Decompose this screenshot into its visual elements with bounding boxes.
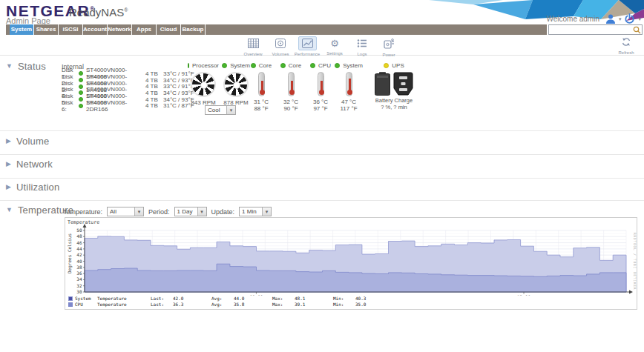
fan-processor: Processor 843 RPM (188, 62, 218, 106)
ups-battery-charge-value: ? %, ? min (369, 104, 418, 111)
fan-mode-select[interactable]: Cool▾ (205, 105, 236, 115)
tab-backup[interactable]: Backup (181, 24, 206, 35)
overview-icon (244, 36, 263, 50)
svg-text:36: 36 (76, 270, 82, 276)
chevron-down-icon: ▾ (262, 207, 271, 216)
thermometer-icon (318, 72, 324, 96)
chart-legend-row-system: System Temperature Last:42.0 Avg:44.0 Ma… (68, 296, 394, 301)
toolbar-performance[interactable]: Performance (293, 36, 321, 56)
toolbar-settings[interactable]: ⚙ Settings (321, 36, 349, 56)
power-socket-icon (393, 72, 413, 96)
tab-shares[interactable]: Shares (34, 24, 59, 35)
ups-status: UPS Battery Charge ? %, ? min (369, 62, 418, 110)
temperature-select[interactable]: All▾ (107, 207, 144, 216)
refresh-icon (621, 37, 631, 47)
svg-text:48: 48 (76, 233, 82, 239)
power-menu-caret[interactable]: ▾ (638, 16, 641, 21)
disk-status-icon (79, 104, 83, 108)
thermometer-icon (346, 72, 352, 96)
temperature-select-label: Temperature: (63, 208, 102, 216)
disk-status-icon (79, 90, 83, 95)
svg-text:Degrees Celsius: Degrees Celsius (67, 233, 73, 273)
tab-apps[interactable]: Apps (132, 24, 157, 35)
update-select[interactable]: 1 Min▾ (239, 207, 272, 216)
tab-system[interactable]: System (10, 24, 34, 35)
system-toolbar: Overview Volumes Performance ⚙ Settings … (0, 36, 644, 56)
refresh-button[interactable]: Refresh (614, 36, 639, 55)
period-select[interactable]: 1 Day▾ (174, 207, 207, 216)
thermo-system: System 47 °C117 °F (332, 62, 365, 112)
thermo-status-icon (310, 63, 315, 68)
temperature-collapse-icon: ▼ (6, 207, 13, 213)
svg-text:32: 32 (76, 283, 82, 288)
volumes-icon (272, 36, 289, 50)
temperature-chart: 303234363840424446485000:0012:00Temperat… (65, 217, 637, 310)
tab-cloud[interactable]: Cloud (157, 24, 181, 35)
chart-legend-row-cpu: CPU Temperature Last:36.3 Avg:35.8 Max:3… (68, 302, 394, 307)
fan-icon (191, 72, 216, 97)
temperature-chart-svg: 303234363840424446485000:0012:00Temperat… (65, 218, 637, 296)
search-icon[interactable] (633, 26, 641, 34)
chevron-down-icon: ▾ (134, 207, 143, 216)
section-utilization[interactable]: ▶ Utilization (6, 182, 59, 193)
toolbar-volumes[interactable]: Volumes (266, 36, 295, 56)
svg-text:42: 42 (76, 252, 82, 257)
cpu-series-swatch (68, 302, 73, 307)
performance-icon (298, 36, 317, 50)
temperature-controls: Temperature: All▾ Period: 1 Day▾ Update:… (63, 207, 272, 216)
toolbar-logs[interactable]: Logs (348, 36, 376, 56)
welcome-text: Welcome admin (546, 15, 599, 23)
disk-list: Disk 1:ST4000VN000-1H41684 TB33°C / 91°F… (62, 70, 194, 109)
period-select-label: Period: (148, 208, 170, 216)
disk-status-icon (79, 97, 83, 102)
svg-text:44: 44 (76, 246, 82, 251)
toolbar-power[interactable]: Power (375, 36, 403, 57)
svg-text:50: 50 (76, 228, 82, 233)
thermometer-icon (258, 72, 265, 96)
svg-text:30: 30 (76, 289, 82, 294)
system-series-swatch (68, 296, 73, 301)
tab-accounts[interactable]: Accounts (83, 24, 108, 35)
power-plug-icon (380, 36, 398, 51)
volume-expand-icon: ▶ (6, 138, 11, 145)
thermo-status-icon (251, 63, 256, 68)
network-expand-icon: ▶ (6, 161, 11, 167)
svg-text:Temperature: Temperature (68, 219, 99, 225)
update-select-label: Update: (211, 208, 235, 216)
disk-status-icon (79, 71, 83, 76)
disk-status-icon (79, 84, 83, 89)
utilization-expand-icon: ▶ (6, 184, 11, 190)
ups-status-icon (384, 63, 389, 68)
user-icon[interactable] (605, 14, 616, 24)
logs-icon (353, 36, 371, 50)
section-network[interactable]: ▶ Network (6, 159, 53, 170)
search-box[interactable] (548, 24, 643, 35)
fan-status-icon (222, 63, 227, 68)
product-name: ReadyNAS® (69, 6, 128, 19)
toolbar-overview[interactable]: Overview (239, 36, 267, 56)
chevron-down-icon: ▾ (226, 106, 235, 114)
battery-icon (375, 72, 390, 96)
disk-row: Disk 6:ST4000VN008-2DR1664 TB31°C / 87°F (62, 102, 194, 109)
status-collapse-icon: ▼ (6, 63, 13, 70)
svg-text:34: 34 (76, 276, 82, 282)
main-nav: System Shares iSCSI Accounts Network App… (6, 24, 547, 35)
chevron-down-icon: ▾ (197, 207, 206, 216)
fan-status-icon (188, 63, 189, 68)
disk-status-icon (79, 78, 83, 82)
thermo-status-icon (335, 63, 340, 68)
svg-text:40: 40 (76, 259, 82, 264)
svg-text:12:00: 12:00 (517, 294, 530, 296)
tab-network[interactable]: Network (108, 24, 132, 35)
section-status[interactable]: ▼ Status (6, 61, 46, 72)
tab-iscsi[interactable]: iSCSI (59, 24, 83, 35)
user-menu-caret[interactable]: ▾ (619, 16, 622, 21)
svg-text:38: 38 (76, 265, 82, 270)
power-icon[interactable] (624, 13, 635, 24)
readynas-admin-page: NETGEAR® ReadyNAS® Admin Page Welcome ad… (0, 0, 644, 352)
search-input[interactable] (550, 25, 631, 34)
thermo-status-icon (280, 63, 286, 68)
settings-gear-icon: ⚙ (326, 36, 343, 50)
section-volume[interactable]: ▶ Volume (6, 136, 49, 147)
svg-text:RRDTOOL / TOBI OETIKER: RRDTOOL / TOBI OETIKER (633, 233, 637, 290)
